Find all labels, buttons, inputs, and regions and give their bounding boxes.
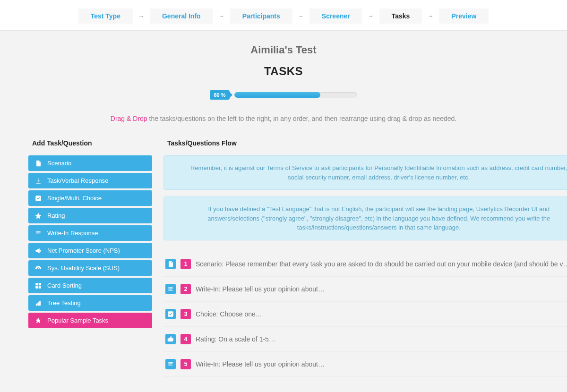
flow-text: Scenario: Please remember that every tas…	[196, 260, 567, 268]
progress-bar: 80 %	[28, 90, 539, 100]
instruction-text: Drag & Drop the tasks/questions on the l…	[28, 115, 539, 122]
flow-item[interactable]: 5 Write-In: Please tell us your opinion …	[163, 352, 567, 377]
wizard-step-preview[interactable]: Preview	[439, 9, 489, 24]
task-type-sys-usability-scale-sus-[interactable]: Sys. Usability Scale (SUS)	[28, 260, 152, 276]
download-icon	[35, 178, 42, 184]
flow-list: 1 Scenario: Please remember that every t…	[163, 252, 567, 377]
arrow-icon: →	[218, 13, 225, 19]
wizard-step-general-info[interactable]: General Info	[150, 9, 213, 24]
file-icon	[35, 160, 42, 167]
wizard-step-test-type[interactable]: Test Type	[78, 9, 133, 24]
lines-icon	[35, 230, 42, 237]
gauge-icon	[35, 265, 42, 272]
flow-number: 4	[180, 334, 191, 344]
arrow-icon: →	[367, 13, 375, 19]
task-type-task-verbal-response[interactable]: Task/Verbal Response	[28, 173, 152, 188]
task-type-label: Tree Testing	[47, 299, 81, 307]
arrow-icon: →	[427, 13, 434, 19]
task-type-label: Popular Sample Tasks	[47, 317, 108, 324]
arrow-icon: →	[297, 13, 305, 19]
info-notice: If you have defined a "Test Language" th…	[163, 196, 567, 240]
top-nav: Test Type→General Info→Participants→Scre…	[0, 0, 567, 31]
task-type-rating[interactable]: Rating	[28, 208, 152, 223]
notice-text: If you have defined a "Test Language" th…	[207, 205, 550, 231]
grid-icon	[35, 282, 42, 289]
task-type-label: Task/Verbal Response	[47, 177, 108, 184]
instruction-rest: the tasks/questions on the left to the r…	[147, 115, 457, 122]
right-heading: Tasks/Questions Flow	[163, 139, 567, 147]
check-icon	[35, 195, 42, 202]
flow-number: 5	[180, 359, 191, 369]
file-icon	[165, 259, 176, 269]
wizard-steps: Test Type→General Info→Participants→Scre…	[0, 9, 567, 24]
task-type-label: Card Sorting	[47, 282, 82, 289]
pin-icon	[35, 317, 42, 324]
star-icon	[35, 213, 42, 219]
task-type-write-in-response[interactable]: Write-In Response	[28, 225, 152, 241]
flow-number: 3	[180, 309, 191, 319]
task-type-label: Single/Multi. Choice	[47, 195, 102, 202]
task-type-net-promoter-score-nps-[interactable]: Net Promoter Score (NPS)	[28, 243, 152, 258]
task-type-single-multi-choice[interactable]: Single/Multi. Choice	[28, 190, 152, 206]
task-type-card-sorting[interactable]: Card Sorting	[28, 278, 152, 293]
flow-item[interactable]: 2 Write-In: Please tell us your opinion …	[163, 277, 567, 302]
progress-track	[234, 92, 357, 98]
flow-item[interactable]: 1 Scenario: Please remember that every t…	[163, 252, 567, 277]
progress-fill	[234, 92, 320, 98]
flow-number: 2	[180, 284, 191, 294]
task-type-label: Write-In Response	[47, 230, 98, 237]
task-type-label: Net Promoter Score (NPS)	[47, 247, 120, 254]
section-title: TASKS	[28, 65, 539, 78]
task-type-tree-testing[interactable]: Tree Testing	[28, 295, 152, 311]
lines-icon	[165, 284, 176, 294]
wizard-step-tasks[interactable]: Tasks	[379, 9, 422, 24]
arrow-icon: →	[137, 13, 145, 19]
megaphone-icon	[35, 247, 42, 254]
left-heading: Add Task/Question	[28, 139, 152, 147]
flow-text: Choice: Choose one…	[196, 310, 567, 318]
info-notice: Remember, it is against our Terms of Ser…	[163, 155, 567, 190]
task-type-list: ScenarioTask/Verbal ResponseSingle/Multi…	[28, 155, 152, 328]
task-type-popular-sample-tasks[interactable]: Popular Sample Tasks	[28, 313, 152, 328]
wizard-step-screener[interactable]: Screener	[309, 9, 362, 24]
flow-number: 1	[180, 259, 191, 269]
wizard-step-participants[interactable]: Participants	[230, 9, 292, 24]
test-title: Aimilia's Test	[28, 44, 539, 56]
progress-percent-badge: 80 %	[210, 90, 229, 100]
flow-text: Write-In: Please tell us your opinion ab…	[196, 360, 567, 368]
notice-list: Remember, it is against our Terms of Ser…	[163, 155, 567, 240]
flow-item[interactable]: 4 Rating: On a scale of 1-5…	[163, 327, 567, 352]
task-type-label: Rating	[47, 212, 65, 219]
thumbs-icon	[165, 334, 176, 344]
flow-item[interactable]: 3 Choice: Choose one…	[163, 302, 567, 327]
task-type-label: Scenario	[47, 160, 71, 167]
instruction-highlight: Drag & Drop	[111, 115, 147, 122]
notice-text: Remember, it is against our Terms of Ser…	[190, 164, 567, 181]
tree-icon	[35, 300, 42, 307]
check-icon	[165, 309, 176, 319]
task-type-scenario[interactable]: Scenario	[28, 155, 152, 171]
flow-text: Write-In: Please tell us your opinion ab…	[196, 285, 567, 293]
flow-text: Rating: On a scale of 1-5…	[196, 335, 567, 343]
task-type-label: Sys. Usability Scale (SUS)	[47, 264, 120, 272]
lines-icon	[165, 359, 176, 369]
